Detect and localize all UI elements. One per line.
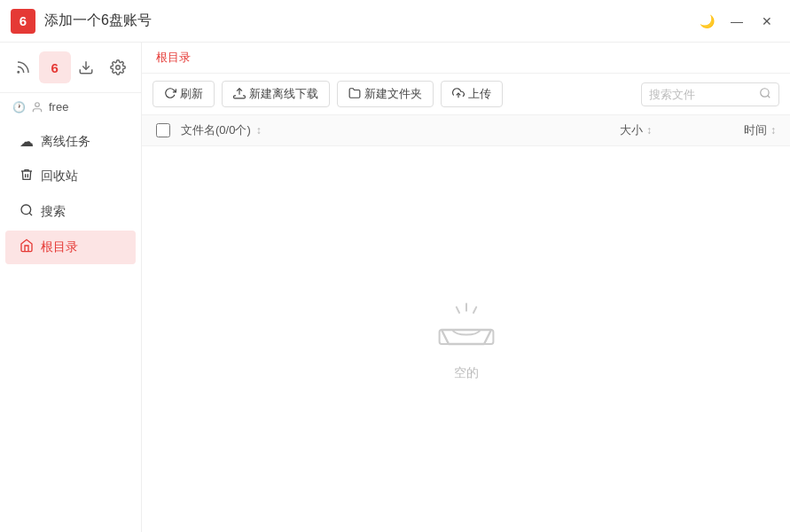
user-plan: free: [49, 100, 68, 113]
badge-number: 6: [51, 60, 58, 75]
empty-state: 空的: [142, 146, 790, 532]
search-icon: [20, 203, 34, 221]
upload-button[interactable]: 上传: [441, 81, 503, 107]
svg-line-12: [473, 307, 476, 312]
user-icon: [31, 101, 43, 113]
sidebar-item-search-label: 搜索: [41, 204, 66, 220]
breadcrumb-root[interactable]: 根目录: [156, 50, 191, 66]
empty-tray-icon: [431, 298, 502, 351]
toolbar: 刷新 新建离线下载 新建文件夹: [142, 74, 790, 115]
header-filename: 文件名(0/0个) ↕: [181, 122, 563, 138]
sidebar-menu: ☁ 离线任务 回收站: [0, 121, 141, 269]
sidebar-item-offline-tasks[interactable]: ☁ 离线任务: [5, 125, 136, 158]
sidebar: 6 🕐 free: [0, 43, 142, 532]
sidebar-item-recycle-bin-label: 回收站: [41, 168, 78, 184]
content-area: 根目录 刷新: [142, 43, 790, 532]
main-container: 6 🕐 free: [0, 43, 790, 532]
sidebar-item-search[interactable]: 搜索: [5, 195, 136, 229]
search-input[interactable]: [649, 88, 755, 101]
sidebar-item-recycle-bin[interactable]: 回收站: [5, 160, 136, 193]
svg-line-5: [29, 213, 32, 215]
window-title: 添加一个6盘账号: [44, 12, 152, 30]
svg-point-8: [761, 88, 769, 96]
upload-label: 上传: [468, 86, 491, 102]
sidebar-item-offline-tasks-label: 离线任务: [41, 134, 90, 150]
search-box: [641, 82, 779, 106]
filename-label: 文件名(0/0个): [181, 122, 251, 138]
header-size: 大小 ↕: [563, 122, 652, 138]
breadcrumb-bar: 根目录: [142, 43, 790, 74]
title-controls: 🌙 — ✕: [694, 9, 779, 34]
title-bar: 6 添加一个6盘账号 🌙 — ✕: [0, 0, 790, 43]
size-label: 大小: [620, 122, 643, 138]
sidebar-nav-feed[interactable]: [7, 51, 39, 83]
recycle-icon: [20, 168, 34, 185]
svg-line-9: [768, 95, 770, 98]
new-folder-label: 新建文件夹: [364, 86, 422, 102]
theme-toggle-button[interactable]: 🌙: [694, 9, 719, 34]
time-label: 时间: [744, 122, 767, 138]
time-sort-icon[interactable]: ↕: [770, 124, 776, 137]
user-row: 🕐 free: [0, 93, 141, 121]
svg-point-4: [21, 205, 31, 215]
sidebar-nav-badge[interactable]: 6: [39, 51, 71, 83]
svg-point-2: [116, 66, 121, 70]
sidebar-nav-download[interactable]: [71, 51, 103, 83]
offline-download-icon: [233, 87, 246, 102]
new-folder-button[interactable]: 新建文件夹: [337, 81, 434, 107]
offline-download-button[interactable]: 新建离线下载: [222, 81, 330, 107]
upload-icon: [452, 87, 465, 102]
home-icon: [20, 239, 34, 256]
offline-download-label: 新建离线下载: [249, 86, 318, 102]
svg-point-3: [35, 102, 40, 106]
clock-icon: 🕐: [12, 101, 26, 113]
app-logo: 6: [11, 9, 35, 34]
search-submit-button[interactable]: [759, 87, 771, 102]
refresh-icon: [164, 87, 176, 102]
empty-text: 空的: [454, 365, 479, 381]
select-all-checkbox[interactable]: [156, 123, 170, 137]
close-button[interactable]: ✕: [755, 9, 779, 34]
sidebar-item-root-dir[interactable]: 根目录: [5, 231, 136, 264]
cloud-icon: ☁: [20, 133, 34, 150]
new-folder-icon: [348, 87, 361, 102]
svg-line-11: [456, 307, 458, 312]
title-left: 6 添加一个6盘账号: [11, 9, 152, 34]
sidebar-nav-settings[interactable]: [102, 51, 134, 83]
header-time: 时间 ↕: [652, 122, 776, 138]
sidebar-item-root-dir-label: 根目录: [41, 239, 78, 255]
filename-sort-icon[interactable]: ↕: [256, 124, 262, 137]
refresh-label: 刷新: [180, 86, 203, 102]
sidebar-nav: 6: [0, 43, 141, 93]
file-list-header: 文件名(0/0个) ↕ 大小 ↕ 时间 ↕: [142, 115, 790, 146]
refresh-button[interactable]: 刷新: [153, 81, 215, 107]
minimize-button[interactable]: —: [724, 9, 749, 34]
svg-point-0: [18, 72, 20, 74]
